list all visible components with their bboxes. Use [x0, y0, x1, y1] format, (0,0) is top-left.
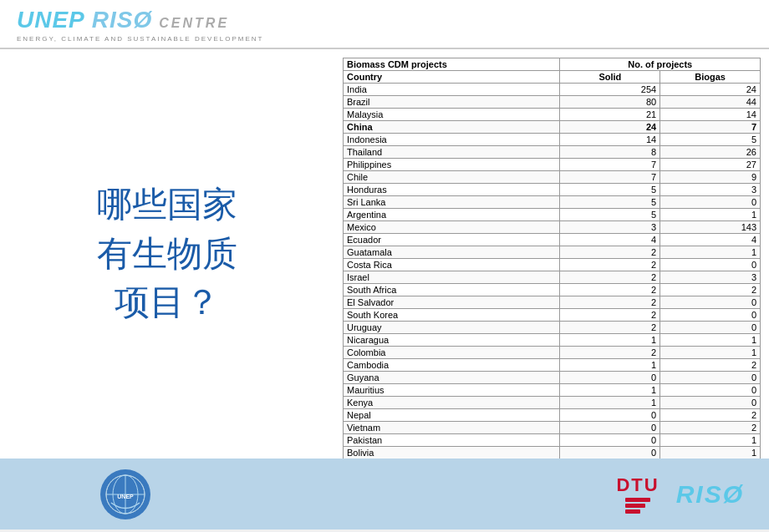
table-row: Mauritius10 [344, 384, 761, 397]
country-cell: Brazil [344, 96, 560, 109]
biogas-header: Biogas [660, 71, 761, 84]
biogas-cell: 1 [660, 246, 761, 259]
country-cell: Costa Rica [344, 259, 560, 271]
solid-cell: 24 [560, 121, 660, 134]
biogas-cell: 0 [660, 309, 761, 322]
country-cell: Kenya [344, 397, 560, 409]
solid-cell: 2 [560, 284, 660, 296]
solid-cell: 1 [560, 384, 660, 397]
solid-cell: 3 [560, 221, 660, 234]
biogas-cell: 1 [660, 209, 761, 221]
table-row: Indonesia145 [344, 134, 761, 146]
country-cell: Chile [344, 171, 560, 184]
country-cell: Nicaragua [344, 334, 560, 347]
table-row: Nepal02 [344, 409, 761, 422]
country-cell: China [344, 121, 560, 134]
solid-cell: 8 [560, 146, 660, 159]
solid-cell: 5 [560, 184, 660, 196]
biogas-cell: 24 [660, 84, 761, 96]
biogas-cell: 27 [660, 159, 761, 171]
table-row: Sri Lanka50 [344, 196, 761, 209]
biogas-cell: 1 [660, 334, 761, 347]
solid-cell: 1 [560, 397, 660, 409]
unep-emblem: UNEP [100, 469, 150, 519]
solid-cell: 7 [560, 171, 660, 184]
table-row: Kenya10 [344, 397, 761, 409]
country-cell: Philippines [344, 159, 560, 171]
solid-cell: 2 [560, 296, 660, 309]
biogas-cell: 1 [660, 434, 761, 447]
biogas-cell: 14 [660, 109, 761, 121]
solid-cell: 1 [560, 334, 660, 347]
biogas-cell: 26 [660, 146, 761, 159]
table-row: Cambodia12 [344, 359, 761, 372]
biogas-cell: 1 [660, 347, 761, 359]
solid-cell: 2 [560, 322, 660, 334]
chinese-question-text: 哪些国家有生物质项目？ [97, 180, 237, 327]
dtu-text: DTU [616, 474, 659, 496]
biogas-cell: 143 [660, 221, 761, 234]
table-row: Honduras53 [344, 184, 761, 196]
solid-cell: 2 [560, 246, 660, 259]
country-cell: Israel [344, 271, 560, 284]
table-row: Guyana00 [344, 372, 761, 384]
table-row: Costa Rica20 [344, 259, 761, 271]
country-cell: Cambodia [344, 359, 560, 372]
country-cell: Bolivia [344, 447, 560, 459]
country-header: Country [344, 71, 560, 84]
biogas-cell: 2 [660, 422, 761, 434]
country-cell: Pakistan [344, 434, 560, 447]
biogas-cell: 2 [660, 284, 761, 296]
table-header-row-1: Biomass CDM projects No. of projects [344, 58, 761, 71]
solid-cell: 80 [560, 96, 660, 109]
biogas-cell: 0 [660, 384, 761, 397]
table-row: Chile79 [344, 171, 761, 184]
no-of-projects-header: No. of projects [560, 58, 761, 71]
dtu-bar-1 [625, 498, 650, 502]
table-header-row-2: Country Solid Biogas [344, 71, 761, 84]
biogas-cell: 0 [660, 322, 761, 334]
country-cell: South Korea [344, 309, 560, 322]
country-cell: Guatamala [344, 246, 560, 259]
biogas-cell: 0 [660, 196, 761, 209]
solid-cell: 2 [560, 347, 660, 359]
biogas-cell: 5 [660, 134, 761, 146]
country-cell: South Africa [344, 284, 560, 296]
biogas-cell: 0 [660, 372, 761, 384]
biogas-cell: 3 [660, 184, 761, 196]
table-title: Biomass CDM projects [344, 58, 560, 71]
solid-cell: 2 [560, 259, 660, 271]
table-row: India25424 [344, 84, 761, 96]
biogas-cell: 0 [660, 296, 761, 309]
country-cell: El Salvador [344, 296, 560, 309]
table-row: Argentina51 [344, 209, 761, 221]
left-panel: 哪些国家有生物质项目？ [0, 49, 334, 459]
table-row: Mexico3143 [344, 221, 761, 234]
table-body: India25424Brazil8044Malaysia2114China247… [344, 84, 761, 459]
main-content: 哪些国家有生物质项目？ Biomass CDM projects No. of … [0, 49, 769, 459]
table-row: Thailand826 [344, 146, 761, 159]
country-cell: Argentina [344, 209, 560, 221]
country-cell: Ecuador [344, 234, 560, 246]
centre-logo: CENTRE [159, 16, 229, 31]
header: UNEP RISØ CENTRE ENERGY, CLIMATE AND SUS… [0, 0, 769, 49]
footer-right: DTU RISØ [251, 466, 769, 522]
biogas-cell: 0 [660, 397, 761, 409]
solid-header: Solid [560, 71, 660, 84]
solid-cell: 0 [560, 409, 660, 422]
country-cell: Mexico [344, 221, 560, 234]
table-row: Colombia21 [344, 347, 761, 359]
biomass-cdm-table: Biomass CDM projects No. of projects Cou… [343, 58, 761, 459]
biogas-cell: 7 [660, 121, 761, 134]
logo-wrapper: UNEP RISØ CENTRE ENERGY, CLIMATE AND SUS… [17, 7, 263, 43]
riso-footer-logo: RISØ [676, 480, 744, 509]
footer-left: UNEP [0, 461, 251, 528]
country-cell: Indonesia [344, 134, 560, 146]
table-row: Israel23 [344, 271, 761, 284]
biogas-cell: 44 [660, 96, 761, 109]
solid-cell: 2 [560, 309, 660, 322]
table-row: El Salvador20 [344, 296, 761, 309]
footer: UNEP DTU RISØ [0, 459, 769, 529]
dtu-bar-2 [625, 504, 645, 508]
table-row: Malaysia2114 [344, 109, 761, 121]
